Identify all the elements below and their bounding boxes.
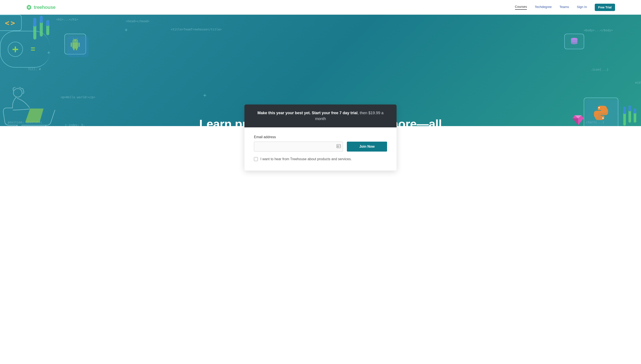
deco-head-tag: <head></head> xyxy=(126,20,150,23)
nav-teams[interactable]: Teams xyxy=(559,5,569,10)
nav-courses[interactable]: Courses xyxy=(515,5,527,10)
code-brackets-box: <> xyxy=(0,15,22,31)
code-brackets-icon: <> xyxy=(5,18,17,27)
signup-banner: Make this year your best yet. Start your… xyxy=(244,104,397,128)
controller-plus-icon: + xyxy=(8,42,23,57)
nav-sign-in[interactable]: Sign In xyxy=(577,5,587,10)
database-box xyxy=(564,34,584,49)
svg-point-27 xyxy=(338,146,339,146)
deco-plus-icon: + xyxy=(47,49,50,56)
deco-body-tag: <body>...</body> xyxy=(584,28,613,32)
join-now-button[interactable]: Join Now xyxy=(347,142,387,152)
marketing-opt-in-checkbox[interactable] xyxy=(254,157,258,161)
controller-equals-icon: = xyxy=(31,45,35,54)
deco-plus-icon: + xyxy=(125,26,128,33)
contact-card-icon xyxy=(337,144,341,149)
svg-rect-5 xyxy=(40,16,43,23)
email-input[interactable] xyxy=(254,142,343,152)
logo-text: treehouse xyxy=(34,4,56,10)
deco-title-tag: <title>TeamTreehouse</title> xyxy=(171,28,222,31)
svg-rect-3 xyxy=(33,18,36,26)
deco-h1-tag: <h1>...</h1> xyxy=(56,18,78,21)
site-header: treehouse Courses Techdegree Teams Sign … xyxy=(0,0,641,15)
main-nav: Courses Techdegree Teams Sign In Free Tr… xyxy=(515,4,615,11)
marketing-opt-in-label: I want to hear from Treehouse about prod… xyxy=(260,157,352,161)
email-label: Email address xyxy=(254,135,387,139)
svg-rect-7 xyxy=(46,20,49,26)
database-icon xyxy=(570,37,578,46)
signup-card: Make this year your best yet. Start your… xyxy=(244,104,397,170)
nav-techdegree[interactable]: Techdegree xyxy=(535,5,551,10)
signup-banner-strong: Make this year your best yet. Start your… xyxy=(257,111,358,115)
svg-point-0 xyxy=(28,6,29,7)
deco-bars-icon xyxy=(33,16,53,42)
free-trial-button[interactable]: Free Trial xyxy=(595,4,615,11)
android-box-shadow xyxy=(67,36,89,57)
svg-point-1 xyxy=(29,6,30,7)
logo[interactable]: treehouse xyxy=(26,4,56,10)
treehouse-logo-icon xyxy=(26,4,32,10)
